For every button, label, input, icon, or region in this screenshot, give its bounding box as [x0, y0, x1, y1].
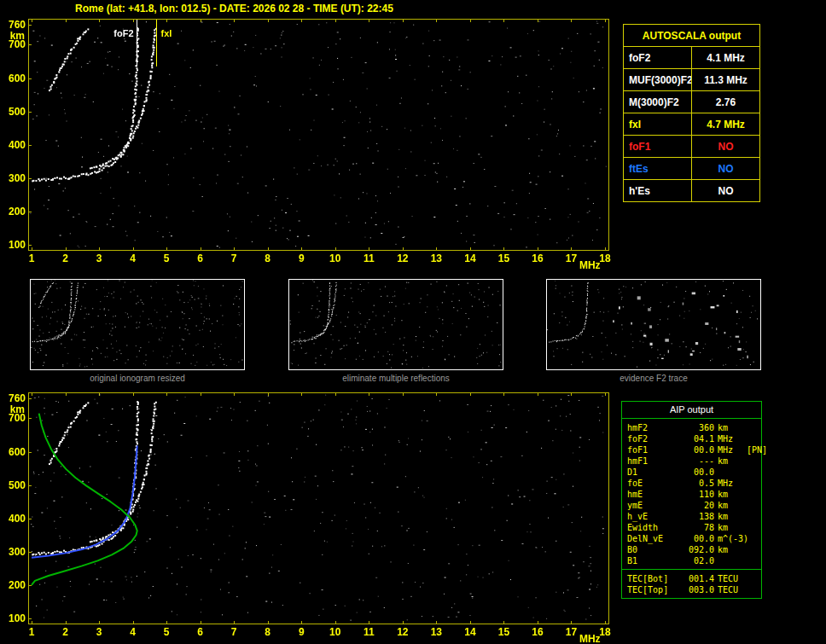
aip-row-label: Ewidth — [627, 522, 682, 533]
thumbnail-original-canvas — [30, 279, 245, 370]
aip-row-label: foE — [627, 478, 682, 489]
aip-row-unit: km — [718, 544, 747, 555]
aip-row-unit: MHz — [718, 478, 747, 489]
aip-row-extra — [747, 555, 761, 566]
aip-row-label: TEC[Bot] — [627, 573, 682, 584]
aip-row-label: D1 — [627, 467, 682, 478]
autoscala-row-value: NO — [692, 136, 760, 158]
autoscala-row-value: 4.7 MHz — [692, 113, 760, 136]
autoscala-row-value: NO — [692, 158, 760, 180]
ionogram-top-canvas — [7, 17, 618, 273]
aip-row-value: 00.0 — [682, 444, 718, 455]
autoscala-row: foF24.1 MHz — [624, 47, 760, 69]
aip-row-unit — [718, 467, 747, 478]
aip-row-value: 360 — [682, 422, 718, 433]
aip-row: hmE110km — [627, 489, 761, 500]
aip-row-extra — [747, 533, 761, 544]
autoscala-header-row: AUTOSCALA output — [624, 25, 760, 47]
aip-row-unit: MHz — [718, 433, 747, 444]
aip-row-label: hmF1 — [627, 455, 682, 467]
thumbnail-no-multiples-caption: eliminate multiple reflections — [288, 374, 503, 383]
aip-row-value: 0.5 — [682, 478, 718, 489]
autoscala-row: h'EsNO — [624, 180, 760, 202]
aip-row-label: hmF2 — [627, 422, 682, 433]
aip-row-unit: TECU — [718, 584, 747, 595]
aip-row-value: --- — [682, 455, 718, 467]
aip-output-title: AIP output — [622, 402, 761, 419]
autoscala-window: Rome (lat: +41.8, lon: 012.5) - DATE: 20… — [0, 0, 826, 644]
aip-row: foF100.0MHz[PN] — [627, 444, 761, 455]
aip-row: foE0.5MHz — [627, 478, 761, 489]
aip-row-label: B0 — [627, 544, 682, 555]
aip-row-extra — [747, 422, 761, 433]
autoscala-row-label: h'Es — [624, 180, 692, 202]
aip-row-extra — [747, 522, 761, 533]
aip-row-unit — [718, 555, 747, 566]
aip-row: B0092.0km — [627, 544, 761, 555]
aip-row-value: 02.0 — [682, 555, 718, 566]
thumbnail-f2-trace-caption: evidence F2 trace — [546, 374, 761, 383]
aip-row-extra — [747, 511, 761, 522]
autoscala-row-label: M(3000)F2 — [624, 91, 692, 113]
aip-row-unit: km — [718, 511, 747, 522]
aip-row-extra — [747, 544, 761, 555]
aip-row-unit: km — [718, 489, 747, 500]
autoscala-row-label: ftEs — [624, 158, 692, 180]
aip-row-unit: TECU — [718, 573, 747, 584]
aip-row-unit: km — [718, 500, 747, 511]
aip-row: hmF1---km — [627, 455, 761, 467]
aip-row-extra — [747, 433, 761, 444]
aip-row-extra — [747, 489, 761, 500]
aip-row-unit: km — [718, 522, 747, 533]
thumbnail-no-multiples-canvas — [288, 279, 503, 370]
aip-row: TEC[Bot]001.4TECU — [627, 573, 761, 584]
autoscala-row: fxI4.7 MHz — [624, 113, 760, 136]
autoscala-row-label: fxI — [624, 113, 692, 136]
thumbnail-f2-trace: evidence F2 trace — [546, 279, 761, 383]
aip-row-label: foF1 — [627, 444, 682, 455]
aip-output-panel: AIP output hmF2360kmfoF204.1MHzfoF100.0M… — [621, 401, 762, 599]
aip-row-extra — [747, 467, 761, 478]
autoscala-row-label: foF1 — [624, 136, 692, 158]
aip-row-label: TEC[Top] — [627, 584, 682, 595]
aip-row: ymE20km — [627, 500, 761, 511]
aip-row-unit: MHz — [718, 444, 747, 455]
aip-row-value: 78 — [682, 522, 718, 533]
autoscala-table-body: foF24.1 MHzMUF(3000)F211.3 MHzM(3000)F22… — [624, 47, 760, 202]
aip-row-extra — [747, 573, 761, 584]
aip-row-value: 003.0 — [682, 584, 718, 595]
aip-row: DelN_vE00.0m^(-3) — [627, 533, 761, 544]
autoscala-row-value: 11.3 MHz — [692, 69, 760, 91]
aip-row-label: foF2 — [627, 433, 682, 444]
aip-row-value: 20 — [682, 500, 718, 511]
aip-row-value: 00.0 — [682, 533, 718, 544]
aip-row-label: hmE — [627, 489, 682, 500]
thumbnail-f2-trace-canvas — [546, 279, 761, 370]
aip-row-label: DelN_vE — [627, 533, 682, 544]
aip-row: h_vE138km — [627, 511, 761, 522]
aip-row-value: 00.0 — [682, 467, 718, 478]
autoscala-row: MUF(3000)F211.3 MHz — [624, 69, 760, 91]
station-date-title: Rome (lat: +41.8, lon: 012.5) - DATE: 20… — [75, 3, 393, 15]
autoscala-output-title: AUTOSCALA output — [624, 25, 760, 47]
thumbnail-no-multiples: eliminate multiple reflections — [288, 279, 503, 383]
autoscala-row-label: foF2 — [624, 47, 692, 69]
aip-row: Ewidth78km — [627, 522, 761, 533]
autoscala-row-label: MUF(3000)F2 — [624, 69, 692, 91]
aip-tec-rows: TEC[Bot]001.4TECUTEC[Top]003.0TECU — [622, 570, 761, 595]
aip-row-extra — [747, 500, 761, 511]
ionogram-bottom-canvas — [7, 391, 618, 644]
aip-row-extra — [747, 584, 761, 595]
aip-row-unit: km — [718, 455, 747, 467]
autoscala-row: M(3000)F22.76 — [624, 91, 760, 113]
thumbnail-original-caption: original ionogram resized — [30, 374, 245, 383]
aip-row-value: 04.1 — [682, 433, 718, 444]
aip-row-value: 092.0 — [682, 544, 718, 555]
aip-row-value: 001.4 — [682, 573, 718, 584]
aip-row-unit: km — [718, 422, 747, 433]
aip-row-label: h_vE — [627, 511, 682, 522]
aip-row-label: ymE — [627, 500, 682, 511]
aip-row-label: B1 — [627, 555, 682, 566]
autoscala-output-table: AUTOSCALA output foF24.1 MHzMUF(3000)F21… — [623, 24, 760, 202]
aip-row-extra — [747, 455, 761, 467]
